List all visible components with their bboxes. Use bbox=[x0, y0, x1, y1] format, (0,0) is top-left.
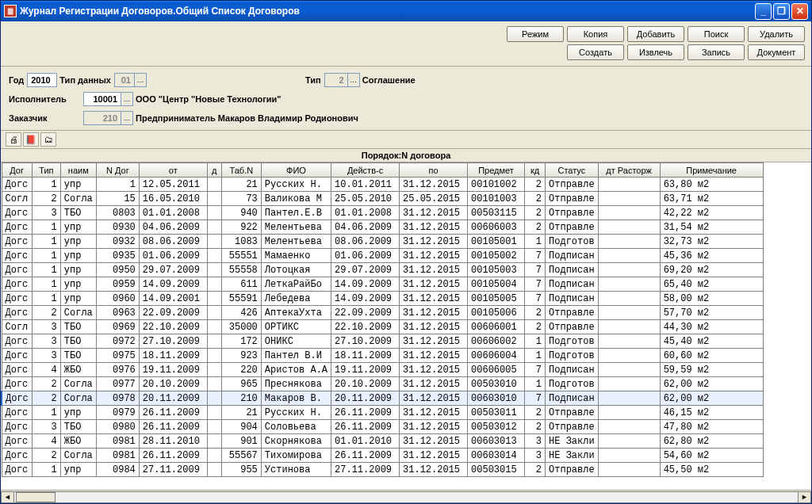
table-cell[interactable] bbox=[598, 292, 660, 306]
table-cell[interactable]: 0981 bbox=[96, 434, 139, 449]
table-cell[interactable]: Согл bbox=[2, 320, 32, 334]
create-button[interactable]: Создать bbox=[567, 44, 624, 60]
table-cell[interactable]: Подписан bbox=[546, 263, 599, 277]
table-cell[interactable]: 55551 bbox=[221, 249, 261, 263]
table-cell[interactable]: 01.06.2009 bbox=[139, 249, 207, 263]
table-cell[interactable]: упр bbox=[60, 249, 96, 263]
table-cell[interactable]: Догс bbox=[2, 391, 32, 406]
table-cell[interactable]: ТБО bbox=[60, 320, 96, 334]
table-cell[interactable]: НЕ Закли bbox=[546, 449, 599, 463]
dtype-picker[interactable]: … bbox=[134, 73, 147, 87]
table-cell[interactable] bbox=[207, 277, 221, 292]
column-header[interactable]: д bbox=[207, 163, 221, 178]
table-cell[interactable] bbox=[207, 220, 221, 235]
table-cell[interactable]: 0960 bbox=[96, 292, 139, 306]
table-cell[interactable] bbox=[598, 463, 660, 477]
table-cell[interactable]: Аристов А.А bbox=[261, 363, 331, 377]
column-header[interactable]: Действ-с bbox=[331, 163, 400, 178]
table-cell[interactable] bbox=[598, 178, 660, 192]
table-cell[interactable]: 01.01.2008 bbox=[139, 206, 207, 220]
table-cell[interactable]: 3 bbox=[32, 206, 60, 220]
table-cell[interactable] bbox=[598, 334, 660, 349]
data-grid[interactable]: ДогТипнаимN ДоготдТаб.NФИОДейств-споПред… bbox=[1, 162, 811, 490]
column-header[interactable]: Дог bbox=[2, 163, 32, 178]
table-cell[interactable]: 14.09.2001 bbox=[139, 292, 207, 306]
table-cell[interactable] bbox=[207, 292, 221, 306]
dtype-field[interactable]: 01 bbox=[114, 73, 135, 87]
table-cell[interactable]: Макаров В. bbox=[261, 391, 331, 406]
printer-icon[interactable]: 🖨 bbox=[6, 132, 21, 147]
table-cell[interactable]: 18.11.2009 bbox=[331, 349, 400, 363]
table-cell[interactable]: 1 bbox=[32, 263, 60, 277]
table-cell[interactable]: 00606001 bbox=[468, 320, 525, 334]
table-cell[interactable] bbox=[207, 349, 221, 363]
table-cell[interactable]: Догс bbox=[2, 292, 32, 306]
table-cell[interactable]: Догс bbox=[2, 463, 32, 477]
table-cell[interactable]: 16.05.2010 bbox=[139, 192, 207, 206]
table-cell[interactable]: 69,20 м2 bbox=[660, 263, 763, 277]
table-cell[interactable] bbox=[207, 406, 221, 420]
scroll-right-button[interactable]: ► bbox=[798, 491, 811, 503]
table-cell[interactable]: 3 bbox=[525, 449, 546, 463]
table-cell[interactable]: Догс bbox=[2, 377, 32, 391]
table-cell[interactable]: 22.09.2009 bbox=[139, 306, 207, 320]
table-cell[interactable] bbox=[207, 334, 221, 349]
table-cell[interactable]: ЖБО bbox=[60, 363, 96, 377]
table-cell[interactable]: Подписан bbox=[546, 363, 599, 377]
table-cell[interactable]: Подписан bbox=[546, 391, 599, 406]
table-cell[interactable]: 21 bbox=[221, 178, 261, 192]
table-cell[interactable]: 2 bbox=[32, 391, 60, 406]
table-cell[interactable]: ОНИКС bbox=[261, 334, 331, 349]
table-cell[interactable]: Отправле bbox=[546, 463, 599, 477]
table-cell[interactable]: 0969 bbox=[96, 320, 139, 334]
table-cell[interactable]: Согла bbox=[60, 377, 96, 391]
document-button[interactable]: Документ bbox=[748, 44, 805, 60]
record-button[interactable]: Запись bbox=[688, 44, 745, 60]
table-cell[interactable]: ТБО bbox=[60, 420, 96, 434]
table-cell[interactable] bbox=[207, 263, 221, 277]
table-cell[interactable]: 1 bbox=[525, 235, 546, 249]
table-cell[interactable]: Согла bbox=[60, 306, 96, 320]
table-cell[interactable]: 922 bbox=[221, 220, 261, 235]
table-cell[interactable]: 923 bbox=[221, 349, 261, 363]
table-cell[interactable]: 7 bbox=[525, 292, 546, 306]
card-icon[interactable]: 🗂 bbox=[40, 132, 56, 147]
table-cell[interactable]: 31.12.2015 bbox=[400, 178, 468, 192]
table-cell[interactable]: 26.11.2009 bbox=[139, 420, 207, 434]
table-cell[interactable]: 01.01.2010 bbox=[331, 434, 400, 449]
table-cell[interactable]: 7 bbox=[525, 249, 546, 263]
table-cell[interactable]: 2 bbox=[525, 463, 546, 477]
close-button[interactable]: ✕ bbox=[791, 3, 808, 20]
table-cell[interactable]: упр bbox=[60, 406, 96, 420]
table-cell[interactable]: 28.11.2010 bbox=[139, 434, 207, 449]
table-cell[interactable]: 4 bbox=[32, 363, 60, 377]
table-cell[interactable]: 1 bbox=[525, 377, 546, 391]
table-cell[interactable]: 00503115 bbox=[468, 206, 525, 220]
table-cell[interactable] bbox=[598, 306, 660, 320]
table-cell[interactable]: Отправле bbox=[546, 306, 599, 320]
table-cell[interactable]: 00503015 bbox=[468, 463, 525, 477]
table-cell[interactable]: 2 bbox=[32, 306, 60, 320]
table-cell[interactable]: 55558 bbox=[221, 263, 261, 277]
exec-code-field[interactable]: 10001 bbox=[83, 92, 121, 106]
add-button[interactable]: Добавить bbox=[627, 26, 684, 42]
table-cell[interactable]: 45,36 м2 bbox=[660, 249, 763, 263]
table-cell[interactable]: 31.12.2015 bbox=[400, 334, 468, 349]
table-cell[interactable]: 31.12.2015 bbox=[400, 449, 468, 463]
table-cell[interactable]: 15 bbox=[96, 192, 139, 206]
cust-picker[interactable]: … bbox=[121, 111, 133, 125]
table-cell[interactable]: 1083 bbox=[221, 235, 261, 249]
table-cell[interactable]: 00606004 bbox=[468, 349, 525, 363]
table-cell[interactable]: 20.10.2009 bbox=[331, 377, 400, 391]
table-cell[interactable]: 00105004 bbox=[468, 277, 525, 292]
table-cell[interactable]: 26.11.2009 bbox=[331, 449, 400, 463]
table-cell[interactable]: ЛеткаРайБо bbox=[261, 277, 331, 292]
table-cell[interactable]: 2 bbox=[525, 406, 546, 420]
table-cell[interactable]: Мелентьева bbox=[261, 235, 331, 249]
table-cell[interactable]: АптекаУхта bbox=[261, 306, 331, 320]
table-cell[interactable] bbox=[598, 277, 660, 292]
table-cell[interactable]: 3 bbox=[32, 334, 60, 349]
table-cell[interactable]: упр bbox=[60, 292, 96, 306]
scroll-track[interactable] bbox=[14, 491, 798, 503]
table-cell[interactable]: Догс bbox=[2, 263, 32, 277]
